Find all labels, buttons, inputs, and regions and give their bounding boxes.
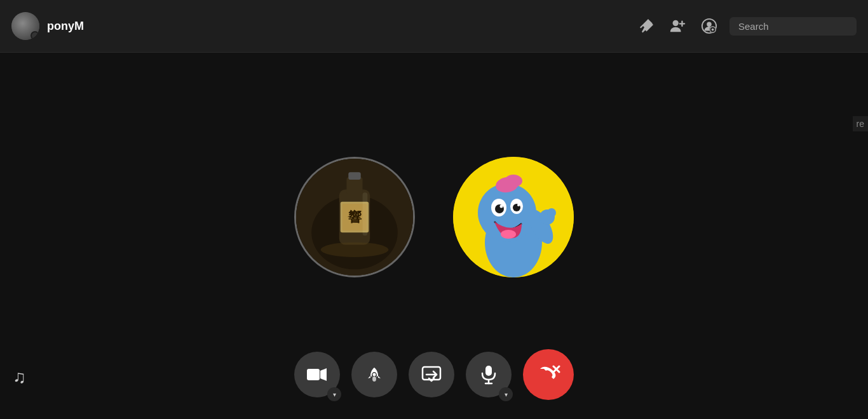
account-settings-button[interactable] (698, 15, 721, 37)
avatar-badge (31, 31, 39, 40)
topbar-left: ponyM (11, 12, 84, 40)
svg-text:響: 響 (347, 209, 362, 224)
svg-point-17 (321, 242, 389, 256)
music-note-icon: ♫ (13, 367, 26, 387)
pin-button[interactable] (634, 15, 657, 37)
svg-rect-16 (363, 192, 368, 236)
partial-right-text: re (853, 116, 868, 131)
call-area: re (0, 53, 868, 419)
svg-rect-38 (423, 367, 440, 380)
video-button-wrap: ▾ (294, 352, 340, 397)
svg-marker-34 (320, 368, 327, 381)
svg-point-7 (712, 29, 714, 31)
svg-point-36 (373, 373, 376, 376)
svg-rect-33 (307, 369, 320, 380)
svg-point-29 (505, 175, 522, 187)
channel-avatar (11, 12, 39, 40)
svg-rect-12 (348, 172, 360, 180)
search-box[interactable] (729, 17, 857, 36)
svg-rect-39 (485, 366, 492, 376)
topbar: ponyM (0, 0, 868, 53)
svg-point-25 (500, 204, 503, 208)
search-input[interactable] (738, 21, 840, 32)
svg-point-27 (501, 230, 516, 239)
channel-name: ponyM (47, 20, 84, 33)
participant-avatar-2 (453, 157, 574, 277)
avatars-row: 響 (294, 157, 574, 277)
svg-point-32 (547, 208, 556, 217)
topbar-right (634, 15, 857, 37)
controls-bar: ▾ (294, 349, 574, 400)
svg-point-0 (673, 20, 679, 26)
svg-point-4 (707, 22, 711, 27)
end-call-button[interactable] (523, 349, 574, 400)
svg-rect-11 (346, 177, 362, 194)
add-person-button[interactable] (666, 15, 689, 37)
mute-chevron[interactable]: ▾ (499, 387, 513, 401)
mute-button-wrap: ▾ (466, 352, 512, 397)
boost-button[interactable] (351, 352, 397, 397)
boost-button-wrap (351, 352, 397, 397)
end-call-button-wrap (523, 349, 574, 400)
whiskey-image: 響 (296, 159, 413, 276)
svg-point-37 (372, 376, 376, 382)
participant-avatar-1: 響 (294, 157, 415, 277)
share-screen-button-wrap (409, 352, 454, 397)
svg-point-26 (517, 204, 520, 206)
share-screen-button[interactable] (409, 352, 454, 397)
video-chevron[interactable]: ▾ (327, 387, 341, 401)
